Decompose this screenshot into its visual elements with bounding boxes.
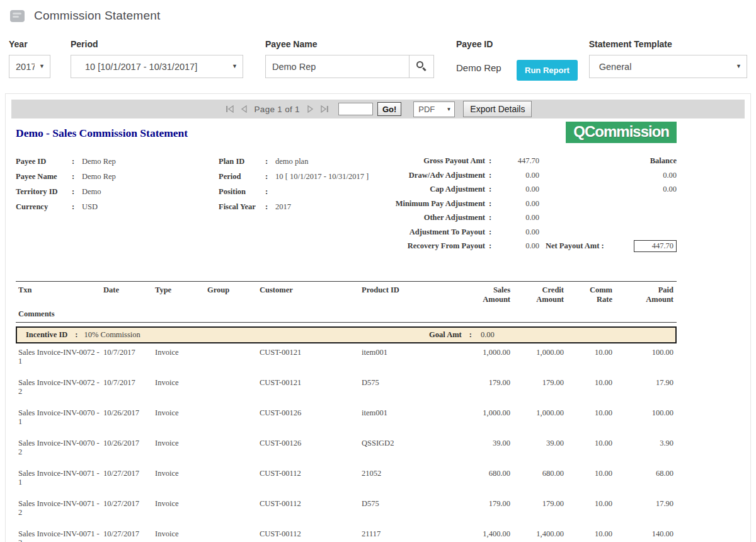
incentive-value: 10% Commission bbox=[84, 330, 140, 340]
statement-info: Payee ID:Demo Rep Payee Name:Demo Rep Te… bbox=[16, 154, 677, 256]
statement-template-label: Statement Template bbox=[589, 39, 747, 49]
commission-statement: Demo - Sales Commission Statement QCommi… bbox=[16, 125, 677, 542]
info-label: Plan ID bbox=[219, 154, 265, 169]
search-icon bbox=[416, 61, 423, 68]
filter-bar: Year 2017 ▼ Period 10 [10/1/2017 - 10/31… bbox=[0, 23, 756, 81]
info-label: Territory ID bbox=[16, 184, 72, 199]
first-page-button[interactable] bbox=[224, 105, 236, 113]
table-row: Sales Invoice-INV-0072 - 210/7/2017Invoi… bbox=[16, 374, 677, 404]
table-row: Sales Invoice-INV-0072 - 110/7/2017Invoi… bbox=[16, 343, 677, 374]
payout-summary: Gross Payout Amt:447.70Balance Draw/Adv … bbox=[394, 154, 677, 253]
table-row: Sales Invoice-INV-0071 - 210/27/2017Invo… bbox=[16, 495, 677, 525]
payee-search-button[interactable] bbox=[409, 55, 433, 78]
payee-name-label: Payee Name bbox=[265, 39, 434, 49]
statement-document-icon bbox=[10, 10, 25, 22]
table-row: Sales Invoice-INV-0071 - 110/27/2017Invo… bbox=[16, 464, 677, 495]
export-format-select[interactable]: PDF bbox=[413, 101, 455, 117]
period-filter-group: Period 10 [10/1/2017 - 10/31/2017] ▼ bbox=[71, 39, 243, 78]
balance-header: Balance bbox=[539, 154, 677, 168]
qcommission-logo-text: QCommission bbox=[573, 123, 669, 140]
table-row: Sales Invoice-INV-0071 - 310/27/2017Invo… bbox=[16, 525, 677, 542]
run-report-button[interactable]: Run Report bbox=[517, 60, 578, 81]
period-select[interactable]: 10 [10/1/2017 - 10/31/2017] bbox=[71, 55, 243, 78]
last-page-button[interactable] bbox=[319, 105, 330, 113]
go-button[interactable]: Go! bbox=[377, 102, 401, 116]
year-select[interactable]: 2017 bbox=[9, 55, 50, 78]
report-toolbar: Page 1 of 1 Go! PDF ▼ Export Details bbox=[11, 100, 745, 118]
year-label: Year bbox=[9, 39, 50, 49]
payee-info-column: Payee ID:Demo Rep Payee Name:Demo Rep Te… bbox=[16, 154, 116, 214]
payee-id-label: Payee ID bbox=[456, 39, 517, 49]
report-viewer: Page 1 of 1 Go! PDF ▼ Export Details Dem… bbox=[5, 93, 751, 542]
goto-page-input[interactable] bbox=[338, 103, 373, 115]
comments-header: Comments bbox=[16, 304, 677, 320]
info-label: Fiscal Year bbox=[219, 199, 265, 214]
info-value: Demo Rep bbox=[82, 157, 116, 166]
export-format-wrap: PDF ▼ bbox=[413, 101, 455, 117]
payee-name-filter-group: Payee Name bbox=[265, 39, 434, 78]
payee-id-group: Payee ID Demo Rep bbox=[456, 39, 517, 73]
statement-template-group: Statement Template General ▼ bbox=[589, 39, 747, 78]
previous-page-button[interactable] bbox=[239, 105, 249, 113]
year-select-wrap: 2017 ▼ bbox=[9, 55, 50, 78]
statement-template-select[interactable]: General bbox=[589, 55, 747, 78]
statement-template-select-wrap: General ▼ bbox=[589, 55, 747, 78]
info-label: Period bbox=[219, 169, 265, 184]
qcommission-logo: QCommission bbox=[566, 122, 677, 143]
info-value: USD bbox=[82, 202, 98, 211]
net-payout-amount: 447.70 bbox=[634, 240, 677, 252]
info-label: Position bbox=[219, 184, 265, 199]
page-title: Commission Statement bbox=[34, 9, 160, 23]
period-label: Period bbox=[71, 39, 243, 49]
payee-id-value: Demo Rep bbox=[456, 62, 517, 73]
info-label: Payee Name bbox=[16, 169, 72, 184]
info-value: Demo bbox=[82, 187, 101, 196]
goal-amount: Goal Amt : 0.00 bbox=[429, 328, 495, 342]
period-select-wrap: 10 [10/1/2017 - 10/31/2017] ▼ bbox=[71, 55, 243, 78]
table-row: Sales Invoice-INV-0070 - 210/26/2017Invo… bbox=[16, 434, 677, 464]
net-payout: Net Payout Amt :447.70 bbox=[539, 239, 677, 253]
next-page-button[interactable] bbox=[306, 105, 316, 113]
info-value: Demo Rep bbox=[82, 172, 116, 181]
transactions-table: Txn Date Type Group Customer Product ID … bbox=[16, 281, 677, 542]
page-header: Commission Statement bbox=[0, 0, 756, 23]
table-header: Txn Date Type Group Customer Product ID … bbox=[16, 281, 677, 323]
export-details-button[interactable]: Export Details bbox=[463, 101, 532, 117]
table-row: Sales Invoice-INV-0070 - 110/26/2017Invo… bbox=[16, 404, 677, 434]
info-value: 10 [ 10/1/2017 - 10/31/2017 ] bbox=[275, 172, 369, 181]
info-value: 2017 bbox=[275, 202, 291, 211]
payee-name-box bbox=[265, 55, 434, 78]
incentive-band: Incentive ID : 10% Commission Goal Amt :… bbox=[16, 326, 677, 343]
page-indicator: Page 1 of 1 bbox=[255, 105, 300, 114]
plan-info-column: Plan ID:demo plan Period:10 [ 10/1/2017 … bbox=[219, 154, 369, 214]
info-label: Payee ID bbox=[16, 154, 72, 169]
info-value: demo plan bbox=[275, 157, 308, 166]
year-filter-group: Year 2017 ▼ bbox=[9, 39, 50, 78]
payee-name-input[interactable] bbox=[266, 55, 409, 78]
info-label: Currency bbox=[16, 199, 72, 214]
